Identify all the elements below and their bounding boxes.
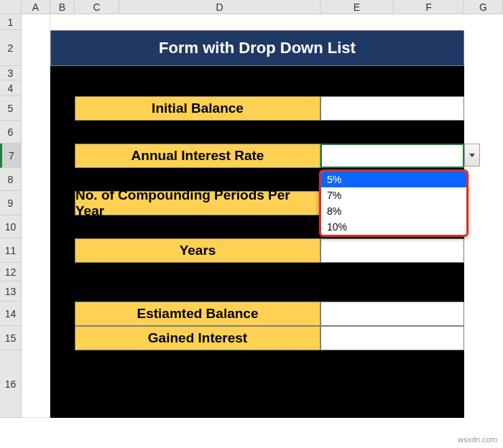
col-A-cells[interactable] — [22, 14, 50, 418]
col-G[interactable]: G — [464, 0, 503, 14]
label-years-text: Years — [180, 243, 216, 258]
dropdown-option-8pct[interactable]: 8% — [321, 203, 466, 219]
label-gained-interest-text: Gained Interest — [148, 330, 247, 346]
label-estimated-balance: Estiamted Balance — [75, 302, 320, 326]
col-F[interactable]: F — [394, 0, 464, 14]
row-13[interactable]: 13 — [0, 281, 22, 302]
row-7[interactable]: 7 — [0, 144, 22, 168]
watermark: wsxdn.com — [458, 435, 497, 444]
input-annual-rate[interactable] — [320, 144, 464, 168]
col-B[interactable]: B — [50, 0, 75, 14]
dropdown-option-10pct[interactable]: 10% — [321, 219, 466, 235]
row-9[interactable]: 9 — [0, 191, 22, 215]
row-5[interactable]: 5 — [0, 96, 22, 121]
row-16[interactable]: 16 — [0, 350, 22, 418]
col-A[interactable]: A — [22, 0, 50, 14]
output-gained-interest[interactable] — [320, 326, 464, 350]
input-initial-balance[interactable] — [320, 96, 464, 121]
label-estimated-balance-text: Estiamted Balance — [137, 306, 259, 322]
select-all-corner[interactable] — [0, 0, 22, 14]
row-8[interactable]: 8 — [0, 168, 22, 191]
output-estimated-balance[interactable] — [320, 302, 464, 326]
row-15[interactable]: 15 — [0, 326, 22, 350]
dropdown-list[interactable]: 5% 7% 8% 10% — [319, 169, 469, 237]
label-initial-balance-text: Initial Balance — [152, 101, 244, 116]
label-compounding-text: No. of Compounding Periods Per Year — [75, 187, 320, 219]
spreadsheet: A B C D E F G 1 2 3 4 5 6 7 8 9 10 11 12… — [0, 0, 503, 448]
input-years[interactable] — [320, 238, 464, 263]
label-gained-interest: Gained Interest — [75, 326, 320, 350]
row-1[interactable]: 1 — [0, 14, 22, 30]
row-4[interactable]: 4 — [0, 80, 22, 96]
col-C[interactable]: C — [75, 0, 119, 14]
label-years: Years — [75, 238, 320, 263]
label-compounding: No. of Compounding Periods Per Year — [75, 191, 320, 215]
row-3[interactable]: 3 — [0, 66, 22, 80]
dropdown-option-5pct[interactable]: 5% — [321, 172, 466, 187]
row-14[interactable]: 14 — [0, 302, 22, 326]
row-2[interactable]: 2 — [0, 30, 22, 66]
label-initial-balance: Initial Balance — [75, 96, 320, 121]
label-annual-rate: Annual Interest Rate — [75, 144, 320, 168]
row-6[interactable]: 6 — [0, 121, 22, 144]
row-10[interactable]: 10 — [0, 215, 22, 238]
form-title: Form with Drop Down List — [50, 30, 464, 66]
dropdown-button[interactable] — [464, 144, 480, 167]
row-11[interactable]: 11 — [0, 238, 22, 263]
col-E[interactable]: E — [320, 0, 394, 14]
form-title-text: Form with Drop Down List — [159, 39, 356, 57]
col-D[interactable]: D — [119, 0, 320, 14]
row-12[interactable]: 12 — [0, 263, 22, 281]
dropdown-option-7pct[interactable]: 7% — [321, 187, 466, 203]
label-annual-rate-text: Annual Interest Rate — [131, 148, 264, 164]
